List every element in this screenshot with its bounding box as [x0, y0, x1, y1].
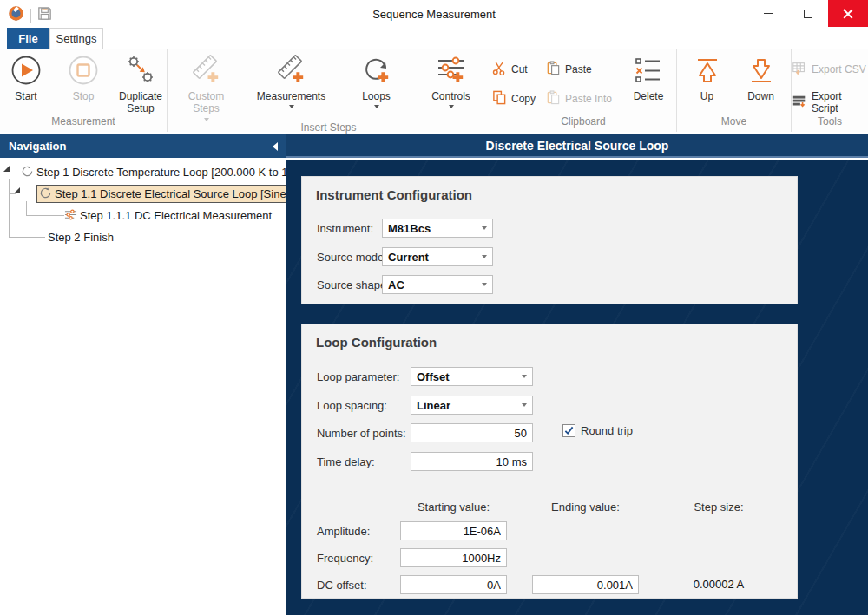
collapse-panel-icon[interactable] [273, 142, 278, 151]
tree-item-step1[interactable]: Step 1 Discrete Temperature Loop [200.00… [21, 163, 286, 181]
time-delay-label: Time delay: [317, 455, 375, 468]
cut-icon [492, 61, 507, 78]
loop-icon [39, 186, 52, 202]
num-points-input[interactable] [411, 423, 533, 442]
dc-offset-end-input[interactable] [532, 575, 639, 594]
loops-button[interactable]: Loops [351, 51, 403, 121]
tab-file[interactable]: File [7, 28, 49, 49]
ribbon-group-move: Up Down Move [677, 49, 792, 132]
content-title: Discrete Electrical Source Loop [286, 134, 868, 158]
paste-into-icon [546, 90, 561, 108]
amplitude-start-input[interactable] [400, 521, 507, 540]
start-icon [10, 55, 42, 88]
up-icon [692, 55, 723, 88]
frequency-start-input[interactable] [400, 548, 507, 567]
close-button[interactable] [828, 0, 868, 27]
round-trip-field: Round trip [562, 424, 633, 437]
group-label-tools: Tools [792, 115, 868, 132]
loops-icon [361, 55, 392, 88]
tree-item-step1-1-1[interactable]: Step 1.1.1 DC Electrical Measurement [64, 206, 272, 225]
frequency-label: Frequency: [317, 552, 373, 565]
navigation-tree: Step 1 Discrete Temperature Loop [200.00… [0, 158, 286, 615]
ending-value-header: Ending value: [532, 501, 639, 514]
dc-offset-label: DC offset: [317, 579, 367, 592]
export-script-icon [792, 94, 807, 112]
dc-offset-step-value: 0.00002 A [667, 578, 771, 591]
ribbon: Start Stop [0, 49, 868, 132]
source-shape-dropdown[interactable]: AC [382, 275, 493, 294]
maximize-button[interactable] [788, 0, 828, 27]
loop-config-panel: Loop Configuration Loop parameter: Offse… [301, 324, 798, 599]
ribbon-group-tools: Export CSV [792, 49, 868, 132]
measurements-caret-icon [289, 105, 294, 108]
tree-line [9, 179, 10, 238]
round-trip-label: Round trip [581, 424, 633, 437]
duplicate-setup-button[interactable]: Duplicate Setup [115, 51, 167, 115]
controls-button[interactable]: Controls [425, 51, 477, 121]
tree-item-step1-1[interactable]: Step 1.1 Discrete Electrical Source Loop… [36, 185, 286, 203]
stop-button: Stop [57, 51, 109, 115]
tree-line [26, 215, 64, 216]
minimize-icon [764, 13, 773, 14]
chevron-down-icon [482, 255, 487, 258]
loop-config-title: Loop Configuration [316, 335, 437, 350]
copy-button[interactable]: Copy [492, 89, 536, 108]
chevron-down-icon [482, 226, 487, 230]
tree-line [9, 193, 16, 194]
content-background: Instrument Configuration Instrument: M81… [286, 160, 868, 615]
amplitude-label: Amplitude: [317, 525, 370, 538]
loop-spacing-dropdown[interactable]: Linear [411, 396, 533, 415]
tree-line [26, 201, 27, 215]
tab-settings[interactable]: Settings [49, 28, 103, 49]
chevron-down-icon [482, 283, 487, 286]
source-mode-label: Source mode: [317, 251, 387, 264]
ribbon-group-measurement: Start Stop [0, 49, 168, 132]
export-csv-button: Export CSV [792, 60, 868, 79]
paste-icon [546, 61, 561, 78]
measurements-button[interactable]: Measurements [255, 51, 328, 121]
source-shape-label: Source shape: [317, 278, 390, 291]
starting-value-header: Starting value: [400, 501, 507, 514]
stop-icon [68, 55, 99, 88]
loop-spacing-label: Loop spacing: [317, 399, 387, 412]
loop-parameter-dropdown[interactable]: Offset [411, 367, 533, 386]
group-label-measurement: Measurement [0, 115, 167, 132]
up-button[interactable]: Up [687, 51, 728, 115]
window-title: Sequence Measurement [0, 0, 868, 28]
paste-button[interactable]: Paste [546, 60, 612, 79]
time-delay-input[interactable] [411, 452, 533, 471]
expander-step1-1-icon[interactable] [14, 187, 20, 193]
instrument-dropdown[interactable]: M81Bcs [382, 219, 493, 238]
ribbon-tabrow: File Settings [0, 28, 868, 49]
loop-icon [21, 165, 34, 180]
measurements-icon [276, 55, 307, 88]
close-icon [843, 9, 853, 19]
navigation-header: Navigation [0, 134, 286, 158]
save-icon[interactable] [36, 5, 53, 25]
down-button[interactable]: Down [740, 51, 782, 115]
window-titlebar: Sequence Measurement [0, 0, 868, 28]
instrument-label: Instrument: [317, 222, 373, 235]
minimize-button[interactable] [748, 0, 788, 27]
duplicate-setup-icon [125, 55, 156, 88]
start-button[interactable]: Start [0, 51, 52, 115]
chevron-down-icon [522, 403, 527, 407]
tree-item-step2[interactable]: Step 2 Finish [48, 228, 114, 246]
delete-button[interactable]: Delete [622, 51, 674, 115]
down-icon [746, 55, 777, 88]
controls-icon [436, 55, 467, 88]
expander-step1-icon[interactable] [3, 166, 10, 172]
instrument-config-title: Instrument Configuration [316, 187, 472, 202]
export-csv-icon [792, 61, 807, 79]
custom-steps-button: Custom Steps [181, 51, 233, 121]
source-mode-dropdown[interactable]: Current [382, 247, 493, 266]
export-script-button[interactable]: Export Script [792, 93, 868, 112]
app-window: Sequence Measurement File Settings [0, 0, 868, 615]
loop-parameter-label: Loop parameter: [317, 370, 399, 383]
maximize-icon [804, 10, 812, 18]
cut-button[interactable]: Cut [492, 60, 536, 79]
dc-offset-start-input[interactable] [400, 575, 507, 594]
group-label-clipboard: Clipboard [490, 115, 676, 132]
measurement-icon [64, 208, 77, 224]
round-trip-checkbox[interactable] [562, 424, 575, 437]
